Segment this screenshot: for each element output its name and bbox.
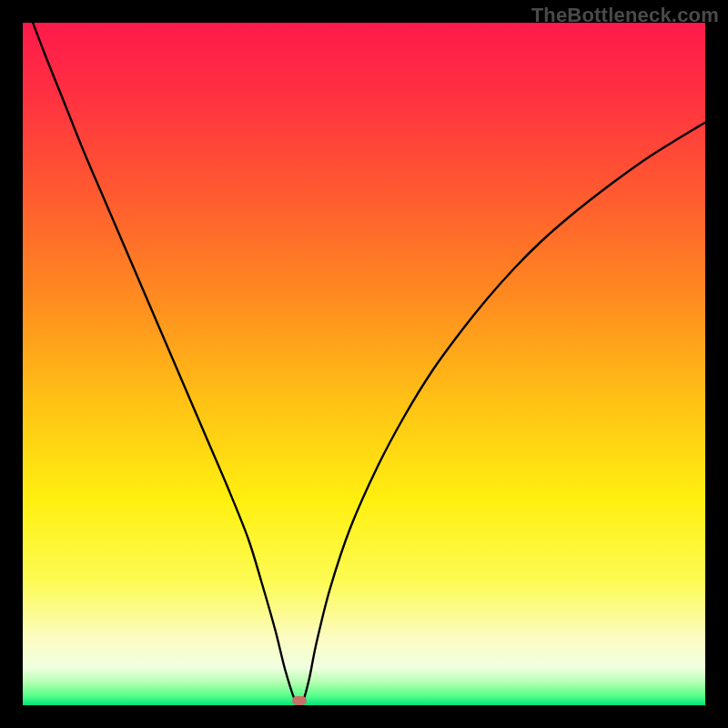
watermark-text: TheBottleneck.com (531, 4, 719, 27)
chart-curve (23, 23, 705, 705)
frame: TheBottleneck.com (0, 0, 728, 728)
optimal-point-marker (292, 696, 307, 705)
line-series (23, 0, 705, 705)
